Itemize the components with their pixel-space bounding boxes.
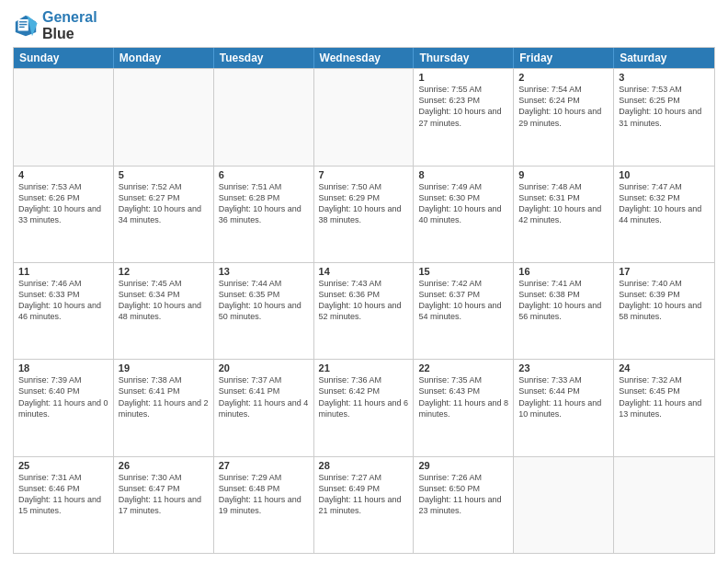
day-cell: 9Sunrise: 7:48 AM Sunset: 6:31 PM Daylig… (514, 167, 614, 262)
day-number: 16 (518, 266, 609, 277)
day-cell: 12Sunrise: 7:45 AM Sunset: 6:34 PM Dayli… (114, 263, 214, 359)
day-cell: 26Sunrise: 7:30 AM Sunset: 6:47 PM Dayli… (114, 457, 214, 553)
day-cell: 6Sunrise: 7:51 AM Sunset: 6:28 PM Daylig… (214, 167, 314, 262)
weekday-header: Thursday (414, 48, 514, 68)
day-info: Sunrise: 7:29 AM Sunset: 6:48 PM Dayligh… (219, 472, 309, 517)
weekday-header: Wednesday (314, 48, 415, 68)
day-cell: 28Sunrise: 7:27 AM Sunset: 6:49 PM Dayli… (314, 457, 415, 553)
day-number: 9 (518, 169, 609, 180)
day-number: 10 (619, 169, 710, 180)
weekday-header: Monday (114, 48, 214, 68)
day-info: Sunrise: 7:53 AM Sunset: 6:26 PM Dayligh… (18, 181, 108, 226)
day-info: Sunrise: 7:40 AM Sunset: 6:39 PM Dayligh… (619, 278, 710, 323)
weekday-header: Friday (514, 48, 614, 68)
day-cell: 4Sunrise: 7:53 AM Sunset: 6:26 PM Daylig… (14, 167, 114, 262)
header: General Blue (13, 9, 715, 41)
day-info: Sunrise: 7:27 AM Sunset: 6:49 PM Dayligh… (319, 472, 409, 517)
day-cell: 17Sunrise: 7:40 AM Sunset: 6:39 PM Dayli… (614, 263, 714, 359)
day-info: Sunrise: 7:41 AM Sunset: 6:38 PM Dayligh… (518, 278, 609, 323)
day-cell: 23Sunrise: 7:33 AM Sunset: 6:44 PM Dayli… (514, 360, 614, 455)
empty-day-cell (14, 69, 114, 165)
day-cell: 27Sunrise: 7:29 AM Sunset: 6:48 PM Dayli… (214, 457, 314, 553)
day-number: 17 (619, 266, 710, 277)
day-number: 2 (518, 72, 609, 83)
day-cell: 1Sunrise: 7:55 AM Sunset: 6:23 PM Daylig… (414, 69, 514, 165)
day-number: 20 (219, 362, 309, 373)
day-cell: 13Sunrise: 7:44 AM Sunset: 6:35 PM Dayli… (214, 263, 314, 359)
day-number: 15 (418, 266, 508, 277)
svg-rect-4 (19, 23, 27, 24)
day-cell: 5Sunrise: 7:52 AM Sunset: 6:27 PM Daylig… (114, 167, 214, 262)
calendar-row: 25Sunrise: 7:31 AM Sunset: 6:46 PM Dayli… (14, 456, 714, 553)
day-info: Sunrise: 7:51 AM Sunset: 6:28 PM Dayligh… (219, 181, 309, 226)
day-info: Sunrise: 7:46 AM Sunset: 6:33 PM Dayligh… (18, 278, 108, 323)
day-cell: 24Sunrise: 7:32 AM Sunset: 6:45 PM Dayli… (614, 360, 714, 455)
day-number: 5 (119, 169, 209, 180)
day-number: 4 (18, 169, 108, 180)
day-info: Sunrise: 7:49 AM Sunset: 6:30 PM Dayligh… (418, 181, 508, 226)
day-number: 7 (319, 169, 409, 180)
calendar-body: 1Sunrise: 7:55 AM Sunset: 6:23 PM Daylig… (14, 68, 714, 553)
logo-icon (13, 13, 39, 39)
weekday-header: Tuesday (214, 48, 314, 68)
day-info: Sunrise: 7:38 AM Sunset: 6:41 PM Dayligh… (119, 374, 209, 419)
calendar-row: 11Sunrise: 7:46 AM Sunset: 6:33 PM Dayli… (14, 262, 714, 359)
day-cell: 2Sunrise: 7:54 AM Sunset: 6:24 PM Daylig… (514, 69, 614, 165)
day-info: Sunrise: 7:35 AM Sunset: 6:43 PM Dayligh… (418, 374, 508, 419)
day-number: 23 (518, 362, 609, 373)
day-number: 18 (18, 362, 108, 373)
day-info: Sunrise: 7:47 AM Sunset: 6:32 PM Dayligh… (619, 181, 710, 226)
day-info: Sunrise: 7:48 AM Sunset: 6:31 PM Dayligh… (518, 181, 609, 226)
day-info: Sunrise: 7:44 AM Sunset: 6:35 PM Dayligh… (219, 278, 309, 323)
day-number: 26 (119, 460, 209, 471)
day-number: 13 (219, 266, 309, 277)
day-cell: 20Sunrise: 7:37 AM Sunset: 6:41 PM Dayli… (214, 360, 314, 455)
day-info: Sunrise: 7:54 AM Sunset: 6:24 PM Dayligh… (518, 84, 609, 129)
calendar-row: 4Sunrise: 7:53 AM Sunset: 6:26 PM Daylig… (14, 166, 714, 262)
day-number: 12 (119, 266, 209, 277)
logo: General Blue (13, 9, 97, 41)
day-number: 8 (418, 169, 508, 180)
day-info: Sunrise: 7:55 AM Sunset: 6:23 PM Dayligh… (418, 84, 508, 129)
day-info: Sunrise: 7:42 AM Sunset: 6:37 PM Dayligh… (418, 278, 508, 323)
empty-day-cell (614, 457, 714, 553)
day-cell: 7Sunrise: 7:50 AM Sunset: 6:29 PM Daylig… (314, 167, 415, 262)
day-number: 27 (219, 460, 309, 471)
svg-rect-5 (19, 26, 25, 27)
day-number: 1 (418, 72, 508, 83)
day-number: 21 (319, 362, 409, 373)
day-cell: 16Sunrise: 7:41 AM Sunset: 6:38 PM Dayli… (514, 263, 614, 359)
day-number: 25 (18, 460, 108, 471)
calendar-header: SundayMondayTuesdayWednesdayThursdayFrid… (14, 48, 714, 68)
day-cell: 14Sunrise: 7:43 AM Sunset: 6:36 PM Dayli… (314, 263, 415, 359)
empty-day-cell (314, 69, 415, 165)
day-cell: 8Sunrise: 7:49 AM Sunset: 6:30 PM Daylig… (414, 167, 514, 262)
day-cell: 25Sunrise: 7:31 AM Sunset: 6:46 PM Dayli… (14, 457, 114, 553)
day-info: Sunrise: 7:31 AM Sunset: 6:46 PM Dayligh… (18, 472, 108, 517)
day-number: 28 (319, 460, 409, 471)
day-number: 6 (219, 169, 309, 180)
empty-day-cell (114, 69, 214, 165)
day-number: 24 (619, 362, 710, 373)
day-cell: 18Sunrise: 7:39 AM Sunset: 6:40 PM Dayli… (14, 360, 114, 455)
weekday-header: Saturday (614, 48, 714, 68)
day-info: Sunrise: 7:50 AM Sunset: 6:29 PM Dayligh… (319, 181, 409, 226)
svg-rect-3 (19, 21, 27, 22)
day-cell: 3Sunrise: 7:53 AM Sunset: 6:25 PM Daylig… (614, 69, 714, 165)
day-cell: 22Sunrise: 7:35 AM Sunset: 6:43 PM Dayli… (414, 360, 514, 455)
day-info: Sunrise: 7:36 AM Sunset: 6:42 PM Dayligh… (319, 374, 409, 419)
day-number: 29 (418, 460, 508, 471)
day-info: Sunrise: 7:52 AM Sunset: 6:27 PM Dayligh… (119, 181, 209, 226)
page: General Blue SundayMondayTuesdayWednesda… (0, 0, 728, 563)
day-cell: 21Sunrise: 7:36 AM Sunset: 6:42 PM Dayli… (314, 360, 415, 455)
day-cell: 29Sunrise: 7:26 AM Sunset: 6:50 PM Dayli… (414, 457, 514, 553)
day-cell: 15Sunrise: 7:42 AM Sunset: 6:37 PM Dayli… (414, 263, 514, 359)
day-number: 19 (119, 362, 209, 373)
day-cell: 11Sunrise: 7:46 AM Sunset: 6:33 PM Dayli… (14, 263, 114, 359)
day-number: 14 (319, 266, 409, 277)
day-number: 3 (619, 72, 710, 83)
weekday-header: Sunday (14, 48, 114, 68)
day-info: Sunrise: 7:33 AM Sunset: 6:44 PM Dayligh… (518, 374, 609, 419)
empty-day-cell (514, 457, 614, 553)
day-number: 11 (18, 266, 108, 277)
